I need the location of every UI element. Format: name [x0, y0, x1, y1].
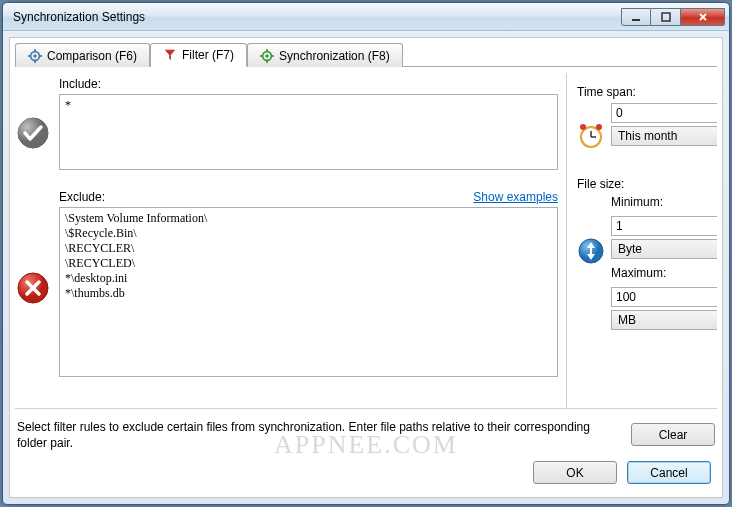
- exclude-label: Exclude:: [59, 190, 105, 204]
- min-value[interactable]: [611, 216, 717, 236]
- ok-button[interactable]: OK: [533, 461, 617, 484]
- dialog-buttons: OK Cancel: [15, 457, 717, 492]
- content-row: Include: Exclude: Show examples: [15, 73, 717, 408]
- svg-point-22: [596, 124, 602, 130]
- tab-label: Filter (F7): [182, 48, 234, 62]
- x-circle-icon: [15, 270, 51, 306]
- right-column: Time span: ▲▼ This month: [567, 73, 717, 408]
- window-controls: [621, 8, 725, 26]
- tab-bar: Comparison (F6) Filter (F7) Synchronizat…: [15, 43, 717, 67]
- timespan-label: Time span:: [577, 85, 713, 99]
- exclude-wrap: Exclude: Show examples: [59, 190, 558, 377]
- client-area: Comparison (F6) Filter (F7) Synchronizat…: [9, 37, 723, 498]
- minimize-button[interactable]: [621, 8, 651, 26]
- tab-synchronization[interactable]: Synchronization (F8): [247, 43, 403, 67]
- max-value[interactable]: [611, 287, 717, 307]
- min-unit-select[interactable]: Byte: [611, 239, 717, 259]
- hint-text: Select filter rules to exclude certain f…: [17, 419, 621, 451]
- svg-point-21: [580, 124, 586, 130]
- exclude-textarea[interactable]: [59, 207, 558, 377]
- clear-button[interactable]: Clear: [631, 423, 715, 446]
- max-unit-select[interactable]: MB: [611, 310, 717, 330]
- include-block: Include:: [15, 77, 558, 170]
- maximize-button[interactable]: [651, 8, 681, 26]
- tab-filter[interactable]: Filter (F7): [150, 43, 247, 67]
- cancel-button[interactable]: Cancel: [627, 461, 711, 484]
- svg-point-3: [33, 54, 37, 58]
- close-button[interactable]: [681, 8, 725, 26]
- hint-row: Select filter rules to exclude certain f…: [15, 408, 717, 457]
- clock-icon: [577, 121, 605, 149]
- timespan-spinner[interactable]: ▲▼: [611, 103, 717, 123]
- max-spinner[interactable]: ▲▼: [611, 287, 717, 307]
- settings-window: Synchronization Settings Comparison (F6)…: [2, 2, 730, 505]
- svg-point-15: [18, 118, 48, 148]
- tab-label: Comparison (F6): [47, 49, 137, 63]
- updown-arrows-icon: [577, 237, 605, 265]
- timespan-group: Time span: ▲▼ This month: [577, 85, 713, 149]
- window-title: Synchronization Settings: [13, 10, 621, 24]
- timespan-value[interactable]: [611, 103, 717, 123]
- tab-label: Synchronization (F8): [279, 49, 390, 63]
- tab-comparison[interactable]: Comparison (F6): [15, 43, 150, 67]
- svg-rect-0: [632, 19, 640, 21]
- filesize-label: File size:: [577, 177, 713, 191]
- include-wrap: Include:: [59, 77, 558, 170]
- min-spinner[interactable]: ▲▼: [611, 216, 717, 236]
- include-label: Include:: [59, 77, 101, 91]
- left-column: Include: Exclude: Show examples: [15, 73, 567, 408]
- show-examples-link[interactable]: Show examples: [473, 190, 558, 204]
- funnel-icon: [163, 48, 177, 62]
- gear-green-icon: [260, 49, 274, 63]
- exclude-block: Exclude: Show examples: [15, 190, 558, 390]
- checkmark-icon: [15, 115, 51, 151]
- include-textarea[interactable]: [59, 94, 558, 170]
- svg-point-9: [265, 54, 269, 58]
- timespan-unit-select[interactable]: This month: [611, 126, 717, 146]
- filesize-group: File size: Minimum: ▲▼ Byte Ma: [577, 177, 713, 330]
- titlebar[interactable]: Synchronization Settings: [3, 3, 729, 31]
- svg-rect-1: [662, 13, 670, 21]
- gear-icon: [28, 49, 42, 63]
- min-label: Minimum:: [611, 195, 717, 209]
- max-label: Maximum:: [611, 266, 717, 280]
